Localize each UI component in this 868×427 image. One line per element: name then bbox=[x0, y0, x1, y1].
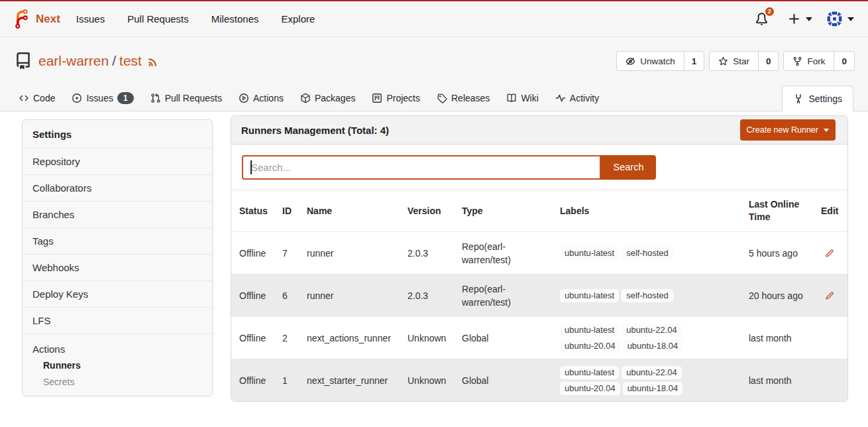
text-cursor bbox=[250, 160, 252, 174]
runner-version: Unknown bbox=[400, 374, 454, 387]
tab-settings[interactable]: Settings bbox=[782, 86, 853, 111]
avatar bbox=[826, 11, 843, 27]
sidebar-item-deploy-keys[interactable]: Deploy Keys bbox=[23, 280, 212, 307]
label-chip: ubuntu-22.04 bbox=[622, 366, 682, 379]
repo-name-link[interactable]: test bbox=[119, 53, 142, 69]
eye-off-icon bbox=[625, 56, 635, 66]
runner-labels: ubuntu-latest ubuntu-22.04 ubuntu-20.04 … bbox=[552, 324, 692, 353]
fork-button[interactable]: Fork 0 bbox=[783, 51, 855, 71]
tab-projects-label: Projects bbox=[386, 93, 420, 103]
runner-status: Offline bbox=[231, 289, 274, 302]
label-chip: ubuntu-20.04 bbox=[560, 339, 620, 353]
plus-icon bbox=[787, 12, 801, 26]
runner-id: 7 bbox=[274, 247, 299, 260]
runner-last-online: 20 hours ago bbox=[741, 289, 813, 302]
col-last-online-time: Last Online Time bbox=[741, 198, 813, 223]
runner-last-online: last month bbox=[741, 374, 813, 387]
stars-count[interactable]: 0 bbox=[758, 52, 779, 70]
runner-type: Repo(earl-warren/test) bbox=[454, 240, 552, 267]
table-header-row: Status ID Name Version Type Labels Last … bbox=[231, 190, 847, 231]
sidebar-item-runners[interactable]: Runners bbox=[23, 357, 212, 373]
search-bar: Search bbox=[231, 145, 847, 190]
issue-opened-icon bbox=[72, 93, 82, 103]
notifications-button[interactable]: 2 bbox=[755, 11, 769, 27]
search-input[interactable] bbox=[242, 155, 601, 180]
search-button[interactable]: Search bbox=[601, 155, 656, 180]
runner-id: 1 bbox=[274, 374, 299, 387]
table-row: Offline 6 runner 2.0.3 Repo(earl-warren/… bbox=[231, 274, 847, 316]
fork-label: Fork bbox=[807, 56, 825, 66]
repo-header: earl-warren / test Unwatch 1 Star 0 bbox=[0, 37, 868, 111]
runner-type: Repo(earl-warren/test) bbox=[454, 282, 552, 309]
repo-tabbar: Code Issues 1 Pull Requests Actions Pack… bbox=[0, 86, 868, 111]
chevron-down-icon bbox=[806, 17, 812, 21]
tab-packages[interactable]: Packages bbox=[300, 86, 355, 111]
runner-name: runner bbox=[299, 247, 400, 260]
sidebar-item-actions[interactable]: Actions bbox=[23, 341, 212, 357]
user-menu[interactable] bbox=[826, 11, 854, 27]
sidebar-item-lfs[interactable]: LFS bbox=[23, 307, 212, 334]
table-row: Offline 1 next_starter_runner Unknown Gl… bbox=[231, 359, 847, 401]
label-chip: self-hosted bbox=[622, 247, 673, 260]
tab-projects[interactable]: Projects bbox=[372, 86, 420, 111]
sidebar-item-branches[interactable]: Branches bbox=[23, 201, 212, 227]
label-chip: ubuntu-latest bbox=[560, 366, 619, 379]
sidebar-title: Settings bbox=[23, 120, 212, 148]
runner-name: next_actions_runner bbox=[299, 332, 400, 345]
col-version: Version bbox=[400, 205, 454, 217]
navbar-right: 2 bbox=[755, 11, 854, 27]
create-runner-button[interactable]: Create new Runner bbox=[740, 119, 836, 141]
tab-settings-label: Settings bbox=[808, 93, 842, 104]
unwatch-label: Unwatch bbox=[640, 56, 675, 66]
brand-name[interactable]: Next bbox=[36, 13, 60, 26]
tab-actions[interactable]: Actions bbox=[239, 86, 284, 111]
nav-item-explore[interactable]: Explore bbox=[281, 13, 315, 25]
runner-version: 2.0.3 bbox=[400, 289, 454, 302]
col-id: ID bbox=[274, 205, 299, 217]
unwatch-button[interactable]: Unwatch 1 bbox=[616, 51, 704, 71]
project-icon bbox=[372, 93, 382, 103]
tab-packages-label: Packages bbox=[315, 93, 355, 103]
runner-version: Unknown bbox=[400, 332, 454, 345]
pencil-icon[interactable] bbox=[824, 248, 835, 259]
pencil-icon[interactable] bbox=[824, 290, 835, 301]
nav-item-milestones[interactable]: Milestones bbox=[211, 13, 259, 25]
runner-labels: ubuntu-latest self-hosted bbox=[552, 289, 692, 302]
runner-last-online: last month bbox=[741, 332, 813, 345]
table-row: Offline 7 runner 2.0.3 Repo(earl-warren/… bbox=[231, 231, 847, 274]
panel-title: Runners Management (Total: 4) bbox=[241, 125, 389, 136]
star-button[interactable]: Star 0 bbox=[709, 51, 779, 71]
star-icon bbox=[718, 56, 728, 66]
repo-owner-link[interactable]: earl-warren bbox=[38, 53, 109, 69]
rss-icon[interactable] bbox=[147, 55, 160, 68]
tab-pull-requests[interactable]: Pull Requests bbox=[150, 86, 222, 111]
tab-code[interactable]: Code bbox=[19, 86, 55, 111]
sidebar-item-tags[interactable]: Tags bbox=[23, 227, 212, 254]
play-circle-icon bbox=[239, 93, 249, 103]
runner-type: Global bbox=[454, 374, 552, 387]
runner-status: Offline bbox=[231, 332, 274, 345]
runner-version: 2.0.3 bbox=[400, 247, 454, 260]
nav-item-issues[interactable]: Issues bbox=[76, 13, 105, 25]
git-pull-request-icon bbox=[150, 93, 161, 103]
tab-wiki[interactable]: Wiki bbox=[506, 86, 538, 111]
button-label-group: Unwatch bbox=[617, 52, 684, 70]
sidebar-item-collaborators[interactable]: Collaborators bbox=[23, 174, 212, 201]
tab-activity[interactable]: Activity bbox=[555, 86, 599, 111]
tab-releases[interactable]: Releases bbox=[437, 86, 490, 111]
tab-issues[interactable]: Issues 1 bbox=[72, 86, 133, 111]
tab-activity-label: Activity bbox=[570, 93, 599, 103]
col-edit: Edit bbox=[813, 205, 847, 217]
runner-labels: ubuntu-latest self-hosted bbox=[552, 247, 692, 260]
button-label-group: Fork bbox=[784, 52, 834, 70]
nav-item-pull-requests[interactable]: Pull Requests bbox=[127, 13, 189, 25]
navbar: Next Issues Pull Requests Milestones Exp… bbox=[0, 1, 868, 37]
sidebar-item-webhooks[interactable]: Webhooks bbox=[23, 254, 212, 280]
brand-link[interactable]: Next bbox=[12, 9, 60, 29]
watchers-count[interactable]: 1 bbox=[684, 52, 704, 70]
code-icon bbox=[19, 93, 29, 103]
sidebar-item-repository[interactable]: Repository bbox=[23, 148, 212, 174]
forks-count[interactable]: 0 bbox=[834, 52, 854, 70]
create-new-menu[interactable] bbox=[787, 12, 812, 26]
sidebar-item-secrets[interactable]: Secrets bbox=[23, 373, 212, 390]
